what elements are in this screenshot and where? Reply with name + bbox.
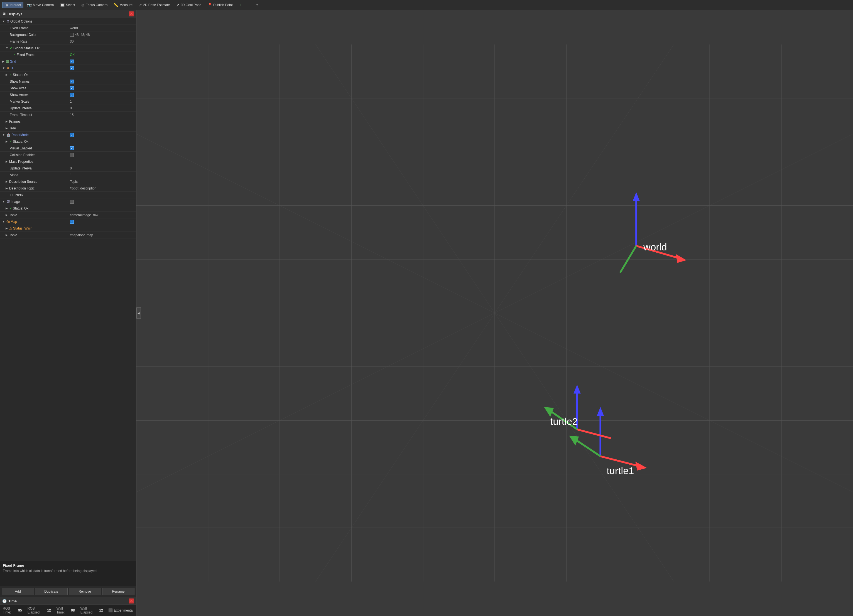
label-collision-enabled: Collision Enabled — [10, 153, 36, 157]
icon-map: 🗺 — [6, 220, 10, 224]
label-update-interval-robot: Update Interval — [10, 166, 32, 170]
toolbar-minus-button[interactable]: − — [245, 2, 252, 9]
toolbar-btn-publish-point[interactable]: 📍Publish Point — [205, 2, 235, 8]
tree-row-fixed-frame[interactable]: Fixed Frameworld — [0, 25, 136, 32]
tree-row-background-color[interactable]: Background Color48; 48; 48 — [0, 32, 136, 38]
displays-close-button[interactable]: ✕ — [129, 11, 134, 17]
tree-row-collision-enabled[interactable]: Collision Enabled — [0, 151, 136, 158]
caret-down-tf — [2, 67, 5, 70]
tree-row-desc-topic[interactable]: Description Topic/robot_description — [0, 185, 136, 192]
value-tf-prefix — [68, 194, 136, 195]
tree-row-robot-model[interactable]: 🤖RobotModel✓ — [0, 132, 136, 138]
toolbar-btn-measure[interactable]: 📏Measure — [111, 2, 135, 8]
tree-row-image-status[interactable]: ✓Status: Ok — [0, 205, 136, 212]
checkbox-image[interactable] — [70, 200, 74, 204]
toolbar-btn-focus-camera[interactable]: ⊕Focus Camera — [79, 2, 110, 8]
icon-grid: ▦ — [6, 59, 9, 64]
ros-time-value: 95 — [18, 608, 22, 612]
tree-row-tf-status[interactable]: ✓Status: Ok — [0, 71, 136, 78]
toolbar-btn-interact[interactable]: 🖱Interact — [2, 2, 23, 8]
value-text-fixed-frame: world — [70, 26, 78, 30]
remove-button[interactable]: Remove — [69, 588, 101, 595]
label-mass-properties: Mass Properties — [9, 160, 33, 163]
experimental-option[interactable]: Experimental — [109, 608, 134, 612]
value-alpha: 1 — [68, 173, 136, 177]
add-button[interactable]: Add — [2, 588, 34, 595]
checkbox-grid[interactable]: ✓ — [70, 59, 74, 64]
tree-row-alpha[interactable]: Alpha1 — [0, 172, 136, 179]
tree-row-update-interval-robot[interactable]: Update Interval0 — [0, 165, 136, 172]
time-label: Time — [8, 599, 17, 603]
tree-row-frame-timeout[interactable]: Frame Timeout15 — [0, 112, 136, 118]
tree-row-map[interactable]: 🗺Map✓ — [0, 218, 136, 225]
toolbar-chevron-button[interactable]: ▾ — [254, 2, 260, 8]
duplicate-button[interactable]: Duplicate — [35, 588, 67, 595]
value-text-map-topic: /map/floor_map — [70, 233, 93, 237]
tree-row-tree[interactable]: Tree — [0, 125, 136, 132]
select-label: Select — [66, 3, 75, 7]
tree-row-robot-status[interactable]: ✓Status: Ok — [0, 138, 136, 145]
tree-row-tf-prefix[interactable]: TF Prefix — [0, 192, 136, 198]
label-map: Map — [11, 220, 17, 224]
label-frame-rate: Frame Rate — [10, 39, 27, 43]
label-image-status: Status: Ok — [13, 206, 29, 210]
checkbox-show-axes[interactable]: ✓ — [70, 86, 74, 90]
caret-right-tree — [6, 127, 8, 130]
checkbox-tf[interactable]: ✓ — [70, 66, 74, 70]
tree-row-map-topic[interactable]: Topic/map/floor_map — [0, 232, 136, 238]
icon-global-options: ⚙ — [6, 20, 9, 23]
tree-row-image-topic[interactable]: Topiccamera/image_raw — [0, 212, 136, 218]
time-close-button[interactable]: ✕ — [129, 598, 134, 604]
toolbar-add-button[interactable]: + — [236, 2, 244, 9]
checkbox-collision-enabled[interactable] — [70, 153, 74, 157]
value-desc-source: Topic — [68, 179, 136, 184]
tree-row-frames[interactable]: Frames — [0, 118, 136, 125]
tree-row-show-names[interactable]: Show Names✓ — [0, 78, 136, 85]
tree-row-visual-enabled[interactable]: Visual Enabled✓ — [0, 145, 136, 151]
toolbar-btn-move-camera[interactable]: 📷Move Camera — [24, 2, 56, 8]
experimental-checkbox[interactable] — [109, 608, 112, 612]
rename-button[interactable]: Rename — [102, 588, 135, 595]
ros-elapsed-value: 12 — [47, 608, 51, 612]
checkbox-visual-enabled[interactable]: ✓ — [70, 146, 74, 150]
value-tree — [68, 128, 136, 129]
toolbar: 🖱Interact📷Move Camera🔲Select⊕Focus Camer… — [0, 0, 853, 10]
value-frame-rate: 30 — [68, 39, 136, 44]
icon-global-status: ✓ — [10, 46, 12, 50]
tree-row-tf[interactable]: ✱TF✓ — [0, 65, 136, 71]
tree-row-marker-scale[interactable]: Marker Scale1 — [0, 98, 136, 105]
value-text-alpha: 1 — [70, 173, 72, 177]
toolbar-btn-2d-goal[interactable]: ↗2D Goal Pose — [173, 2, 204, 8]
tree-row-show-arrows[interactable]: Show Arrows✓ — [0, 92, 136, 98]
tree-container[interactable]: ⚙Global OptionsFixed FrameworldBackgroun… — [0, 18, 136, 561]
2d-goal-icon: ↗ — [176, 3, 179, 7]
tree-row-fixed-frame-status[interactable]: ✓Fixed FrameOK — [0, 51, 136, 58]
tree-row-grid[interactable]: ▦Grid✓ — [0, 58, 136, 65]
displays-header: 🖥 Displays ✕ — [0, 10, 136, 18]
panel-collapse-button[interactable]: ◀ — [137, 307, 141, 319]
tree-row-show-axes[interactable]: Show Axes✓ — [0, 85, 136, 92]
value-text-frame-rate: 30 — [70, 39, 73, 43]
viewport[interactable]: world turtle1 turtle2 — [137, 10, 853, 616]
value-visual-enabled: ✓ — [68, 146, 136, 151]
toolbar-btn-2d-pose[interactable]: ↗2D Pose Estimate — [136, 2, 172, 8]
value-global-options — [68, 21, 136, 22]
checkbox-show-names[interactable]: ✓ — [70, 80, 74, 83]
label-grid: Grid — [10, 59, 16, 64]
checkbox-map[interactable]: ✓ — [70, 220, 74, 224]
tree-row-global-status[interactable]: ✓Global Status: Ok — [0, 45, 136, 51]
tree-row-frame-rate[interactable]: Frame Rate30 — [0, 38, 136, 45]
tree-row-mass-properties[interactable]: Mass Properties — [0, 158, 136, 165]
toolbar-btn-select[interactable]: 🔲Select — [57, 2, 77, 8]
label-marker-scale: Marker Scale — [10, 100, 29, 103]
displays-icon: 🖥 — [2, 12, 6, 16]
label-fixed-frame: Fixed Frame — [10, 26, 29, 30]
tree-row-map-status[interactable]: ⚠Status: Warn — [0, 225, 136, 232]
tree-row-global-options[interactable]: ⚙Global Options — [0, 18, 136, 25]
label-show-axes: Show Axes — [10, 86, 26, 90]
tree-row-update-interval[interactable]: Update Interval0 — [0, 105, 136, 112]
checkbox-robot-model[interactable]: ✓ — [70, 133, 74, 137]
checkbox-show-arrows[interactable]: ✓ — [70, 93, 74, 97]
tree-row-image[interactable]: 🖼Image — [0, 198, 136, 205]
tree-row-desc-source[interactable]: Description SourceTopic — [0, 179, 136, 185]
